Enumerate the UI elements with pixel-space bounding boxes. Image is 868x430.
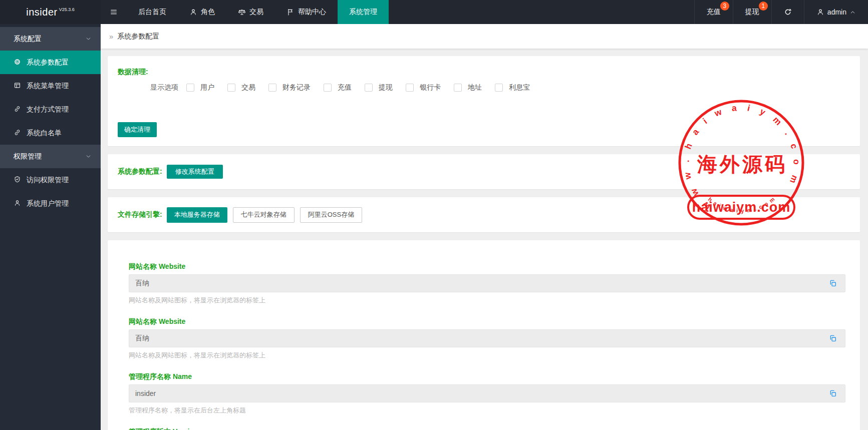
- main-area: » 系统参数配置 数据清理: 显示选项 用户 交易 财务记录 充值 提现 银行卡: [101, 24, 868, 430]
- user-menu[interactable]: admin: [804, 0, 868, 24]
- field-hint: 管理程序名称，将显示在后台左上角标题: [129, 406, 845, 415]
- gear-icon: [14, 58, 21, 67]
- sidebar: 系统配置 系统参数配置 系统菜单管理: [0, 24, 101, 430]
- user-icon: [14, 199, 21, 208]
- nav-item-help-center[interactable]: 帮助中心: [275, 0, 338, 24]
- sidebar-item-whitelist[interactable]: 系统白名单: [0, 121, 101, 145]
- storage-engine-label: 文件存储引擎:: [118, 210, 162, 219]
- withdraw-badge: 1: [759, 2, 768, 11]
- form-field: 管理程序版本 Version: [129, 427, 845, 430]
- system-config-panel: 系统参数配置: 修改系统配置: [108, 154, 860, 189]
- user-icon: [816, 8, 824, 16]
- chevron-up-icon: [849, 9, 856, 16]
- content-area: 数据清理: 显示选项 用户 交易 财务记录 充值 提现 银行卡 地址 利息宝 确…: [101, 49, 868, 430]
- storage-option-aliyun-oss-button[interactable]: 阿里云OSS存储: [300, 207, 362, 223]
- data-cleanup-panel: 数据清理: 显示选项 用户 交易 财务记录 充值 提现 银行卡 地址 利息宝 确…: [108, 56, 860, 146]
- admin-app: insider V25.3.6 后台首页 角色 交易: [0, 0, 868, 430]
- user-icon: [189, 8, 197, 16]
- sidebar-item-payment-methods[interactable]: 支付方式管理: [0, 98, 101, 121]
- sidebar-item-system-menu[interactable]: 系统菜单管理: [0, 74, 101, 98]
- cleanup-option-recharge[interactable]: 充值: [324, 83, 352, 92]
- cleanup-option-address[interactable]: 地址: [454, 83, 482, 92]
- checkbox[interactable]: [495, 84, 503, 92]
- hamburger-icon: [110, 8, 118, 16]
- refresh-icon: [784, 8, 792, 16]
- checkbox[interactable]: [454, 84, 462, 92]
- field-label: 管理程序名称 Name: [129, 372, 845, 381]
- app-title: insider: [26, 7, 57, 18]
- field-label: 网站名称 Website: [129, 262, 845, 271]
- top-navbar: insider V25.3.6 后台首页 角色 交易: [0, 0, 868, 24]
- settings-form-panel: 网站名称 Website 网站名称及网站图标，将显示在浏览器的标签上 网站名称 …: [108, 240, 860, 430]
- checkbox[interactable]: [186, 84, 194, 92]
- nav-item-transactions[interactable]: 交易: [226, 0, 275, 24]
- window-icon: [14, 82, 21, 91]
- topbar-actions: 充值 3 提现 1 admin: [694, 0, 868, 24]
- checkbox[interactable]: [227, 84, 235, 92]
- form-field: 网站名称 Website 网站名称及网站图标，将显示在浏览器的标签上: [129, 262, 845, 305]
- field-label: 管理程序版本 Version: [129, 427, 845, 430]
- copy-icon[interactable]: [829, 279, 837, 287]
- app-version: V25.3.6: [59, 7, 75, 12]
- admin-name-input[interactable]: [129, 384, 845, 402]
- cleanup-option-users[interactable]: 用户: [186, 83, 214, 92]
- sidebar-group-permissions[interactable]: 权限管理: [0, 145, 101, 168]
- nav-item-dashboard[interactable]: 后台首页: [127, 0, 178, 24]
- form-field: 管理程序名称 Name 管理程序名称，将显示在后台左上角标题: [129, 372, 845, 415]
- breadcrumb: » 系统参数配置: [101, 24, 868, 49]
- nav-item-roles[interactable]: 角色: [178, 0, 226, 24]
- flag-icon: [286, 8, 295, 16]
- shield-check-icon: [14, 176, 21, 185]
- cleanup-option-withdraw[interactable]: 提现: [365, 83, 393, 92]
- system-config-label: 系统参数配置:: [118, 167, 162, 176]
- link-icon: [14, 129, 21, 138]
- cleanup-option-transactions[interactable]: 交易: [227, 83, 255, 92]
- withdraw-button[interactable]: 提现 1: [733, 0, 771, 24]
- sidebar-item-access-permissions[interactable]: 访问权限管理: [0, 168, 101, 192]
- cleanup-label: 数据清理:: [118, 68, 148, 76]
- page-title: 系统参数配置: [117, 32, 159, 41]
- sidebar-toggle-button[interactable]: [101, 0, 127, 24]
- cleanup-option-interest[interactable]: 利息宝: [495, 83, 530, 92]
- modify-system-config-button[interactable]: 修改系统配置: [167, 165, 223, 179]
- cleanup-option-bank-card[interactable]: 银行卡: [406, 83, 441, 92]
- chevron-down-icon: [85, 36, 92, 42]
- app-logo: insider V25.3.6: [0, 0, 101, 24]
- field-hint: 网站名称及网站图标，将显示在浏览器的标签上: [129, 351, 845, 360]
- checkbox[interactable]: [324, 84, 332, 92]
- cleanup-options-row: 显示选项 用户 交易 财务记录 充值 提现 银行卡 地址 利息宝: [150, 83, 850, 92]
- storage-option-local-button[interactable]: 本地服务器存储: [167, 207, 227, 223]
- website-name-input-2[interactable]: [129, 329, 845, 347]
- field-hint: 网站名称及网站图标，将显示在浏览器的标签上: [129, 296, 845, 305]
- chevron-down-icon: [85, 153, 92, 160]
- nav-item-system-management[interactable]: 系统管理: [338, 0, 389, 24]
- sidebar-item-system-users[interactable]: 系统用户管理: [0, 192, 101, 215]
- storage-option-qiniu-button[interactable]: 七牛云对象存储: [233, 207, 295, 223]
- sidebar-item-system-params[interactable]: 系统参数配置: [0, 51, 101, 74]
- field-label: 网站名称 Website: [129, 317, 845, 326]
- link-icon: [14, 105, 21, 114]
- breadcrumb-symbol: »: [109, 32, 113, 41]
- confirm-cleanup-button[interactable]: 确定清理: [118, 122, 157, 137]
- checkbox[interactable]: [406, 84, 414, 92]
- top-menu: 后台首页 角色 交易 帮助中心 系统管理: [127, 0, 389, 24]
- storage-engine-panel: 文件存储引擎: 本地服务器存储 七牛云对象存储 阿里云OSS存储: [108, 197, 860, 232]
- recharge-badge: 3: [720, 2, 729, 11]
- scales-icon: [238, 8, 246, 16]
- refresh-button[interactable]: [771, 0, 804, 24]
- form-field: 网站名称 Website 网站名称及网站图标，将显示在浏览器的标签上: [129, 317, 845, 360]
- sidebar-group-system-config[interactable]: 系统配置: [0, 27, 101, 51]
- cleanup-option-finance-records[interactable]: 财务记录: [268, 83, 311, 92]
- recharge-button[interactable]: 充值 3: [694, 0, 733, 24]
- copy-icon[interactable]: [829, 389, 837, 397]
- copy-icon[interactable]: [829, 334, 837, 342]
- checkbox[interactable]: [268, 84, 276, 92]
- website-name-input[interactable]: [129, 274, 845, 292]
- checkbox[interactable]: [365, 84, 373, 92]
- username: admin: [827, 8, 846, 16]
